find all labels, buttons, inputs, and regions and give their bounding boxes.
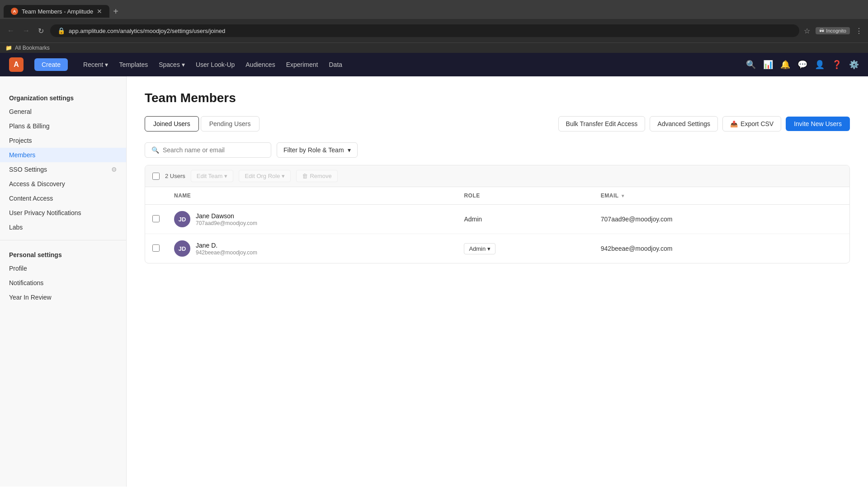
search-input[interactable]	[163, 146, 253, 154]
users-count: 2 Users	[165, 173, 185, 179]
help-icon[interactable]: ❓	[832, 60, 842, 70]
menu-icon[interactable]: ⋮	[855, 27, 863, 35]
tab-favicon: A	[11, 8, 18, 15]
chevron-down-icon: ▾	[182, 61, 185, 68]
sidebar-item-members[interactable]: Members	[0, 148, 126, 162]
org-section-title: Organization settings	[0, 89, 126, 104]
page-title: Team Members	[145, 91, 850, 105]
back-button[interactable]: ←	[5, 25, 16, 37]
chevron-down-icon: ▾	[348, 146, 351, 154]
nav-item-experiment[interactable]: Experiment	[282, 58, 323, 71]
new-tab-button[interactable]: +	[113, 6, 118, 17]
nav-item-templates[interactable]: Templates	[114, 58, 152, 71]
sidebar-item-year-in-review[interactable]: Year In Review	[0, 290, 126, 305]
chat-icon[interactable]: 💬	[797, 60, 807, 70]
reload-button[interactable]: ↻	[36, 25, 46, 37]
nav-item-recent[interactable]: Recent ▾	[79, 58, 113, 71]
url-text: app.amplitude.com/analytics/moodjoy2/set…	[69, 28, 225, 34]
analytics-icon[interactable]: 📊	[763, 60, 773, 70]
settings-icon[interactable]: ⚙️	[849, 60, 859, 70]
nav-item-userlookup[interactable]: User Look-Up	[191, 58, 239, 71]
user-cell: JD Jane Dawson 707aad9e@moodjoy.com	[174, 211, 449, 227]
search-icon[interactable]: 🔍	[746, 60, 756, 70]
address-bar[interactable]: 🔒 app.amplitude.com/analytics/moodjoy2/s…	[50, 24, 799, 37]
logo[interactable]: A	[9, 57, 24, 72]
sidebar-item-labs[interactable]: Labs	[0, 220, 126, 235]
bookmarks-bar: 📁 All Bookmarks	[0, 42, 868, 53]
edit-org-role-button[interactable]: Edit Org Role ▾	[239, 170, 291, 182]
bulk-actions-bar: 2 Users Edit Team ▾ Edit Org Role ▾ 🗑 Re…	[145, 165, 849, 187]
tab-close-button[interactable]: ✕	[97, 8, 102, 15]
role-dropdown[interactable]: Admin ▾	[464, 243, 495, 254]
chevron-down-icon: ▾	[224, 173, 227, 179]
sidebar-item-content-access[interactable]: Content Access	[0, 191, 126, 206]
sidebar-item-sso-settings[interactable]: SSO Settings ⚙	[0, 162, 126, 177]
sidebar-item-profile[interactable]: Profile	[0, 261, 126, 276]
sidebar-item-projects[interactable]: Projects	[0, 133, 126, 148]
main-content: Team Members Joined Users Pending Users …	[127, 76, 868, 487]
sidebar: Organization settings General Plans & Bi…	[0, 76, 127, 487]
tab-joined-users[interactable]: Joined Users	[145, 116, 199, 131]
export-csv-button[interactable]: 📤 Export CSV	[722, 116, 781, 131]
edit-team-button[interactable]: Edit Team ▾	[191, 170, 234, 182]
sidebar-item-notifications[interactable]: Notifications	[0, 276, 126, 290]
chevron-down-icon: ▾	[105, 61, 108, 68]
create-button[interactable]: Create	[34, 58, 68, 71]
tab-title: Team Members - Amplitude	[22, 8, 93, 15]
tabs-row: Joined Users Pending Users Bulk Transfer…	[145, 116, 850, 131]
table-row: JD Jane Dawson 707aad9e@moodjoy.com Admi…	[145, 205, 849, 234]
browser-tabs: A Team Members - Amplitude ✕ +	[0, 0, 868, 19]
user-cell: JD Jane D. 942beeae@moodjoy.com	[174, 240, 449, 257]
col-role: ROLE	[457, 187, 593, 205]
tabs: Joined Users Pending Users	[145, 116, 259, 131]
user-role: Admin	[464, 216, 482, 223]
bell-icon[interactable]: 🔔	[780, 60, 790, 70]
tab-pending-users[interactable]: Pending Users	[201, 116, 259, 131]
nav-item-data[interactable]: Data	[324, 58, 347, 71]
app: A Create Recent ▾ Templates Spaces ▾ Use…	[0, 53, 868, 487]
table-row: JD Jane D. 942beeae@moodjoy.com Admin	[145, 234, 849, 263]
nav-item-audiences[interactable]: Audiences	[241, 58, 279, 71]
personal-section-title: Personal settings	[0, 246, 126, 261]
search-box[interactable]: 🔍	[145, 142, 271, 158]
active-tab[interactable]: A Team Members - Amplitude ✕	[4, 5, 109, 18]
bulk-transfer-button[interactable]: Bulk Transfer Edit Access	[558, 116, 646, 131]
sidebar-item-user-privacy-notifications[interactable]: User Privacy Notifications	[0, 206, 126, 220]
person-icon[interactable]: 👤	[815, 60, 825, 70]
search-filter-row: 🔍 Filter by Role & Team ▾	[145, 142, 850, 158]
sidebar-item-access-discovery[interactable]: Access & Discovery	[0, 177, 126, 191]
sort-icon: ▼	[621, 193, 625, 198]
bookmark-icon[interactable]: ☆	[804, 27, 810, 35]
browser-nav: ← → ↻ 🔒 app.amplitude.com/analytics/mood…	[0, 19, 868, 42]
select-all-checkbox[interactable]	[152, 173, 160, 180]
users-table: NAME ROLE EMAIL ▼	[145, 187, 849, 263]
table-container: 2 Users Edit Team ▾ Edit Org Role ▾ 🗑 Re…	[145, 165, 850, 263]
advanced-settings-button[interactable]: Advanced Settings	[650, 116, 718, 131]
row-checkbox[interactable]	[152, 215, 160, 222]
filter-label: Filter by Role & Team	[283, 146, 344, 154]
chevron-down-icon: ▾	[487, 245, 491, 252]
filter-dropdown[interactable]: Filter by Role & Team ▾	[277, 142, 358, 158]
forward-button[interactable]: →	[21, 25, 32, 37]
search-icon: 🔍	[151, 146, 159, 154]
sidebar-item-plans-billing[interactable]: Plans & Billing	[0, 119, 126, 133]
sidebar-divider	[0, 240, 126, 240]
nav-right: 🔍 📊 🔔 💬 👤 ❓ ⚙️	[746, 60, 859, 70]
main-layout: Organization settings General Plans & Bi…	[0, 76, 868, 487]
sidebar-item-general[interactable]: General	[0, 104, 126, 119]
remove-button[interactable]: 🗑 Remove	[296, 170, 337, 182]
browser-actions: ☆ 🕶 Incognito ⋮	[804, 27, 863, 35]
user-email: 942beeae@moodjoy.com	[196, 249, 257, 256]
nav-item-spaces[interactable]: Spaces ▾	[154, 58, 189, 71]
chevron-down-icon: ▾	[282, 173, 285, 179]
avatar: JD	[174, 211, 190, 227]
nav-items: Recent ▾ Templates Spaces ▾ User Look-Up…	[79, 58, 347, 71]
col-name: NAME	[167, 187, 457, 205]
user-name: Jane D.	[196, 242, 257, 249]
browser-chrome: A Team Members - Amplitude ✕ + ← → ↻ 🔒 a…	[0, 0, 868, 53]
row-checkbox[interactable]	[152, 244, 160, 252]
user-name: Jane Dawson	[196, 212, 257, 220]
col-email[interactable]: EMAIL ▼	[594, 187, 849, 205]
incognito-badge: 🕶 Incognito	[816, 27, 850, 34]
invite-users-button[interactable]: Invite New Users	[786, 117, 850, 131]
